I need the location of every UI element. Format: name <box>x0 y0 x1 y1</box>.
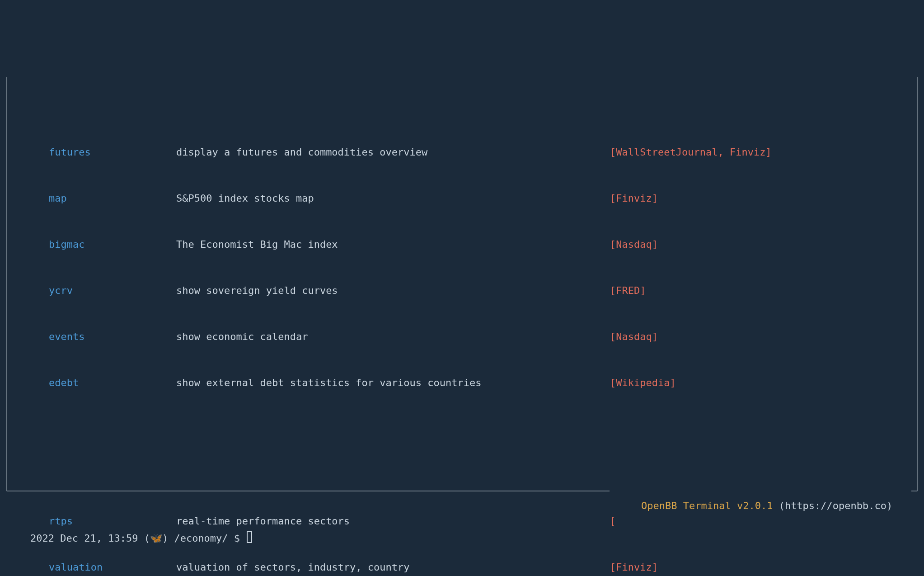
command-source: [FRED] <box>610 283 646 298</box>
command-source: [Nasdaq] <box>610 237 658 252</box>
text-cursor-icon[interactable] <box>247 531 252 543</box>
command-source: [Nasdaq] <box>610 329 658 345</box>
command-row[interactable]: events show economic calendar [Nasdaq] <box>18 329 906 345</box>
command-source: [Wikipedia] <box>610 375 676 391</box>
command-desc: show economic calendar <box>176 329 610 345</box>
command-desc: valuation of sectors, industry, country <box>176 560 610 575</box>
command-row[interactable]: bigmac The Economist Big Mac index [Nasd… <box>18 237 906 252</box>
panel-border-bottom-right <box>911 491 918 491</box>
command-name: events <box>49 329 176 345</box>
command-desc: The Economist Big Mac index <box>176 237 610 252</box>
panel-border-left <box>6 77 7 491</box>
panel-border-right <box>917 77 918 491</box>
command-desc: S&P500 index stocks map <box>176 191 610 206</box>
prompt-timestamp: 2022 Dec 21, 13:59 ( <box>30 533 150 544</box>
command-name: map <box>49 191 176 206</box>
command-source: [Finviz] <box>610 191 658 206</box>
command-row[interactable]: edebt show external debt statistics for … <box>18 375 906 391</box>
command-desc: display a futures and commodities overvi… <box>176 145 610 160</box>
app-name-version: OpenBB Terminal v2.0.1 <box>641 500 773 511</box>
app-url: (https://openbb.co) <box>773 500 898 511</box>
panel-title: OpenBB Terminal v2.0.1 (https://openbb.c… <box>614 483 902 529</box>
command-desc: show sovereign yield curves <box>176 283 610 298</box>
prompt-line[interactable]: 2022 Dec 21, 13:59 (🦋) /economy/ $ <box>6 515 252 562</box>
butterfly-emoji-icon: 🦋 <box>150 533 162 544</box>
command-row[interactable]: valuation valuation of sectors, industry… <box>18 560 906 575</box>
command-row[interactable]: futures display a futures and commoditie… <box>18 145 906 160</box>
command-name: bigmac <box>49 237 176 252</box>
blank-line <box>18 437 906 452</box>
command-source: [Finviz] <box>610 560 658 575</box>
prompt-dollar: $ <box>228 533 246 544</box>
prompt-sep: ) <box>162 533 174 544</box>
command-name: edebt <box>49 375 176 391</box>
terminal-window: futures display a futures and commoditie… <box>0 77 924 576</box>
command-name: valuation <box>49 560 176 575</box>
command-row[interactable]: ycrv show sovereign yield curves [FRED] <box>18 283 906 298</box>
command-desc: show external debt statistics for variou… <box>176 375 610 391</box>
command-name: ycrv <box>49 283 176 298</box>
command-name: futures <box>49 145 176 160</box>
prompt-path: /economy/ <box>174 533 228 544</box>
command-row[interactable]: map S&P500 index stocks map [Finviz] <box>18 191 906 206</box>
command-source: [WallStreetJournal, Finviz] <box>610 145 772 160</box>
